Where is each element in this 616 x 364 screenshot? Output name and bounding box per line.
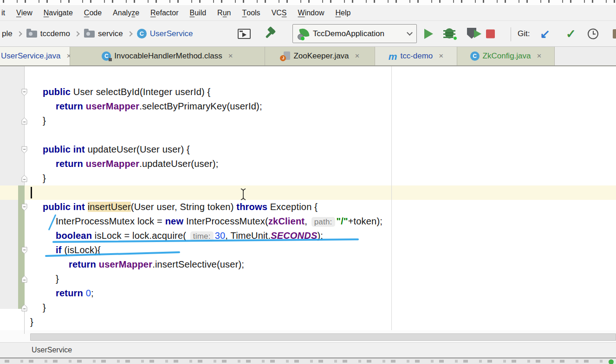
code-line[interactable]: } (0, 114, 616, 128)
code-line[interactable]: return userMapper.selectByPrimaryKey(use… (0, 99, 616, 114)
java-decompiled-class-icon: J (280, 51, 290, 61)
close-icon[interactable]: × (355, 51, 360, 61)
close-icon[interactable]: × (439, 51, 443, 61)
chevron-down-icon (407, 30, 413, 36)
menu-view[interactable]: View (11, 5, 38, 20)
cutoff-toolbar-icon[interactable] (613, 29, 616, 38)
breadcrumb-item-package[interactable]: ple (2, 29, 13, 38)
run-button[interactable] (424, 29, 433, 39)
code-line[interactable]: } (0, 272, 616, 286)
toolbar-separator (511, 27, 511, 41)
fold-marker-down[interactable] (21, 89, 27, 96)
menu-build[interactable]: Build (184, 5, 212, 20)
class-icon: C (137, 29, 147, 38)
git-update-icon[interactable]: ↙ (540, 28, 550, 40)
breadcrumb-item-userservice[interactable]: CUserService (137, 29, 193, 38)
spring-boot-icon (298, 28, 309, 39)
chevron-right-icon (17, 31, 22, 36)
debug-button[interactable] (443, 27, 457, 40)
horizontal-scrollbar-thumb[interactable] (30, 333, 616, 341)
history-clock-icon[interactable] (588, 28, 598, 39)
navigation-toolbar: ple tccdemo service CUserService TccDemo… (0, 21, 616, 47)
git-label: Git: (518, 21, 530, 46)
right-margin-guide (391, 66, 392, 330)
fold-marker-up[interactable] (21, 304, 27, 312)
chevron-right-icon (74, 31, 79, 36)
chevron-right-icon (127, 31, 132, 36)
tab-tcc-demo[interactable]: m tcc-demo × (375, 47, 457, 65)
fold-marker-up[interactable] (21, 117, 27, 125)
tab-zookeeper-java[interactable]: J ZooKeeper.java × (265, 47, 375, 65)
breadcrumb-item-service[interactable]: service (84, 29, 123, 38)
code-line[interactable]: InterProcessMutex lock = new InterProces… (0, 214, 616, 229)
tab-userservice-java[interactable]: UserService.java × (0, 47, 70, 65)
code-line[interactable]: } (0, 315, 616, 329)
code-line[interactable]: return userMapper.updateUser(user); (0, 157, 616, 171)
build-hammer-icon[interactable] (266, 26, 281, 41)
code-line[interactable] (0, 128, 616, 142)
ide-window: it View Navigate Code Analyze Refactor B… (0, 0, 616, 364)
horizontal-scrollbar (0, 330, 616, 342)
bottom-breadcrumb[interactable]: UserService (0, 342, 616, 358)
run-configuration-select[interactable]: TccDemoApplication (292, 24, 417, 43)
menu-navigate[interactable]: Navigate (38, 5, 78, 20)
fold-marker-up[interactable] (21, 175, 27, 182)
editor-tab-bar: UserService.java × C InvocableHandlerMet… (0, 47, 616, 66)
menu-vcs[interactable]: VCS (266, 5, 292, 20)
fold-marker-down[interactable] (21, 204, 27, 211)
cutoff-top-strip (0, 0, 616, 5)
code-line[interactable]: } (0, 300, 616, 315)
code-line[interactable]: return 0; (0, 286, 616, 300)
status-green-dot-icon (609, 359, 614, 364)
run-anything-icon[interactable] (238, 29, 251, 39)
menu-code[interactable]: Code (78, 5, 107, 20)
menu-analyze[interactable]: Analyze (107, 5, 145, 20)
close-icon[interactable]: × (228, 51, 233, 61)
breadcrumb: ple tccdemo service CUserService (2, 21, 193, 46)
tab-invocablehandlermethod-class[interactable]: C InvocableHandlerMethod.class × (70, 47, 265, 65)
fold-marker-down[interactable] (21, 146, 27, 153)
code-line[interactable] (0, 185, 616, 200)
code-lines[interactable]: public User selectById(Integer userId) {… (0, 66, 616, 329)
menu-help[interactable]: Help (330, 5, 356, 20)
menu-refactor[interactable]: Refactor (145, 5, 184, 20)
menu-tools[interactable]: Tools (236, 5, 266, 20)
code-line[interactable]: return userMapper.insertSelective(user); (0, 257, 616, 272)
menu-window[interactable]: Window (292, 5, 330, 20)
stop-button[interactable] (486, 29, 495, 38)
status-bar-strip (0, 358, 616, 364)
mouse-ibeam-cursor (240, 188, 246, 203)
code-line[interactable]: public int insertUser(User user, String … (0, 200, 616, 214)
fold-marker-up[interactable] (21, 275, 27, 283)
class-icon: C (470, 51, 480, 61)
fold-marker-down[interactable] (21, 247, 27, 254)
menu-run[interactable]: Run (212, 5, 236, 20)
menu-edit[interactable]: it (0, 5, 11, 20)
git-commit-icon[interactable]: ✓ (566, 28, 576, 40)
run-configuration-name: TccDemoApplication (313, 29, 384, 38)
breadcrumb-item-tccdemo[interactable]: tccdemo (26, 29, 70, 38)
maven-icon: m (389, 51, 397, 61)
code-line[interactable]: public User selectById(Integer userId) { (0, 85, 616, 99)
code-line[interactable]: } (0, 171, 616, 185)
class-icon: C (102, 51, 111, 61)
main-menu-bar: it View Navigate Code Analyze Refactor B… (0, 5, 616, 21)
text-caret (31, 187, 32, 198)
tab-zkconfig-java[interactable]: C ZkConfig.java × (457, 47, 555, 65)
folder-icon (84, 31, 95, 38)
folder-icon (26, 31, 37, 38)
code-line[interactable]: public int updateUser(User user) { (0, 142, 616, 157)
close-icon[interactable]: × (537, 51, 542, 61)
run-with-coverage-button[interactable] (467, 28, 483, 40)
editor[interactable]: public User selectById(Integer userId) {… (0, 66, 616, 330)
